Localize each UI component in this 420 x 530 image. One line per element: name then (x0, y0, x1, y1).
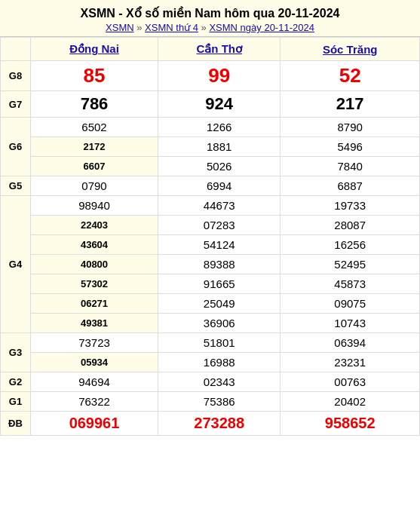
lottery-number: 57302 (31, 274, 158, 294)
lottery-number: 6994 (158, 176, 281, 196)
lottery-number: 23231 (281, 353, 420, 372)
prize-label: G5 (1, 176, 31, 196)
lottery-number: 786 (31, 91, 158, 118)
col-dongnai-header[interactable]: Đồng Nai (31, 38, 158, 61)
lottery-number: 06271 (31, 294, 158, 314)
lottery-number: 00763 (281, 372, 420, 392)
col-prize-header (1, 38, 31, 61)
lottery-number: 98940 (31, 196, 158, 216)
lottery-number: 52495 (281, 255, 420, 274)
col-socTrang-header[interactable]: Sóc Trăng (281, 38, 420, 61)
lottery-number: 16988 (158, 353, 281, 372)
lottery-number: 44673 (158, 196, 281, 216)
lottery-number: 069961 (31, 412, 158, 436)
lottery-number: 217 (281, 91, 420, 118)
table-row: G6650212668790 (1, 118, 420, 137)
table-row: 224030728328087 (1, 216, 420, 235)
table-row: 660750267840 (1, 157, 420, 176)
lottery-number: 1881 (158, 137, 281, 157)
lottery-number: 6502 (31, 118, 158, 137)
lottery-number: 75386 (158, 392, 281, 412)
lottery-number: 25049 (158, 294, 281, 314)
lottery-number: 7840 (281, 157, 420, 176)
prize-label: G8 (1, 61, 31, 91)
lottery-number: 02343 (158, 372, 281, 392)
prize-label: G3 (1, 333, 31, 372)
table-row: G5079069946887 (1, 176, 420, 196)
lottery-number: 19733 (281, 196, 420, 216)
lottery-number: 40800 (31, 255, 158, 274)
prize-label: G1 (1, 392, 31, 412)
page-header: XSMN - Xổ số miền Nam hôm qua 20-11-2024… (0, 0, 420, 37)
lottery-number: 924 (158, 91, 281, 118)
col-cantho-header[interactable]: Cần Thơ (158, 38, 281, 61)
lottery-number: 10743 (281, 314, 420, 333)
lottery-number: 85 (31, 61, 158, 91)
lottery-number: 73723 (31, 333, 158, 353)
nav-date[interactable]: XSMN ngày 20-11-2024 (209, 22, 314, 33)
lottery-number: 1266 (158, 118, 281, 137)
prize-label: G2 (1, 372, 31, 392)
table-row: 436045412416256 (1, 235, 420, 255)
lottery-number: 45873 (281, 274, 420, 294)
prize-label: G7 (1, 91, 31, 118)
lottery-number: 0790 (31, 176, 158, 196)
breadcrumb: XSMN » XSMN thứ 4 » XSMN ngày 20-11-2024 (3, 22, 417, 33)
lottery-number: 16256 (281, 235, 420, 255)
lottery-number: 07283 (158, 216, 281, 235)
lottery-table: Đồng Nai Cần Thơ Sóc Trăng G8859952G7786… (0, 37, 420, 436)
lottery-number: 22403 (31, 216, 158, 235)
lottery-number: 76322 (31, 392, 158, 412)
lottery-number: 5496 (281, 137, 420, 157)
lottery-number: 6887 (281, 176, 420, 196)
lottery-number: 2172 (31, 137, 158, 157)
table-row: 573029166545873 (1, 274, 420, 294)
lottery-number: 6607 (31, 157, 158, 176)
lottery-number: 54124 (158, 235, 281, 255)
lottery-number: 52 (281, 61, 420, 91)
table-row: G3737235180106394 (1, 333, 420, 353)
table-row: G2946940234300763 (1, 372, 420, 392)
lottery-number: 94694 (31, 372, 158, 392)
lottery-number: 8790 (281, 118, 420, 137)
lottery-number: 36906 (158, 314, 281, 333)
lottery-number: 51801 (158, 333, 281, 353)
table-row: G4989404467319733 (1, 196, 420, 216)
prize-label: G6 (1, 118, 31, 176)
lottery-number: 958652 (281, 412, 420, 436)
prize-label: ĐB (1, 412, 31, 436)
lottery-number: 28087 (281, 216, 420, 235)
table-row: G8859952 (1, 61, 420, 91)
lottery-number: 09075 (281, 294, 420, 314)
lottery-number: 05934 (31, 353, 158, 372)
lottery-number: 20402 (281, 392, 420, 412)
lottery-number: 5026 (158, 157, 281, 176)
nav-xsmn[interactable]: XSMN (106, 22, 134, 33)
lottery-number: 89388 (158, 255, 281, 274)
table-row: 408008938852495 (1, 255, 420, 274)
table-row: 493813690610743 (1, 314, 420, 333)
table-row: G1763227538620402 (1, 392, 420, 412)
lottery-number: 99 (158, 61, 281, 91)
prize-label: G4 (1, 196, 31, 333)
table-row: 217218815496 (1, 137, 420, 157)
table-row: ĐB069961273288958652 (1, 412, 420, 436)
lottery-number: 43604 (31, 235, 158, 255)
table-row: 059341698823231 (1, 353, 420, 372)
page-title: XSMN - Xổ số miền Nam hôm qua 20-11-2024 (3, 6, 417, 20)
nav-thu4[interactable]: XSMN thứ 4 (145, 22, 198, 33)
table-row: 062712504909075 (1, 294, 420, 314)
lottery-number: 06394 (281, 333, 420, 353)
lottery-number: 91665 (158, 274, 281, 294)
lottery-number: 273288 (158, 412, 281, 436)
lottery-number: 49381 (31, 314, 158, 333)
table-row: G7786924217 (1, 91, 420, 118)
